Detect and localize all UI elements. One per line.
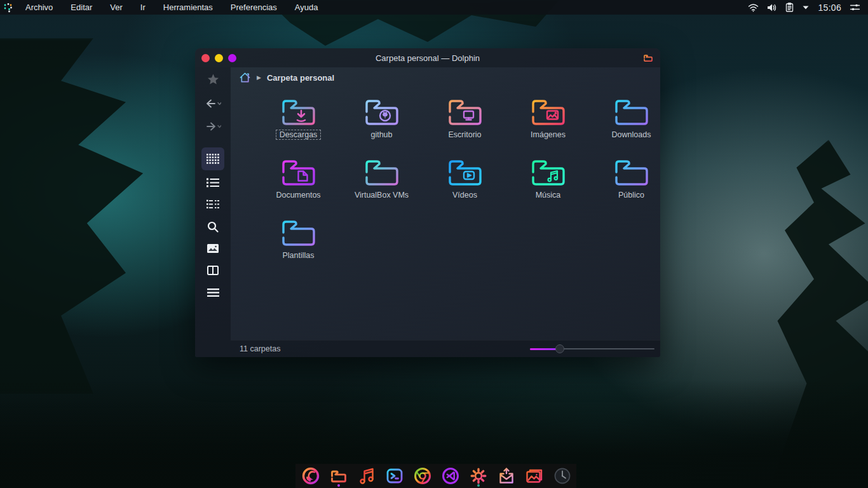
window-titlebar[interactable]: Carpeta personal — Dolphin (195, 48, 660, 67)
favorite-star-icon[interactable] (201, 70, 224, 89)
dock-settings-gear-icon[interactable] (469, 465, 488, 487)
menu-ver[interactable]: Ver (101, 0, 132, 15)
folder-item-plantillas[interactable]: Plantillas (257, 216, 340, 276)
close-button[interactable] (201, 54, 210, 62)
running-indicator (477, 484, 480, 487)
folder-item-descargas[interactable]: Descargas (257, 95, 340, 156)
forward-button[interactable] (201, 117, 224, 136)
menu-archivo[interactable]: Archivo (17, 0, 62, 15)
system-tray: 15:06 (748, 3, 868, 13)
menu-herramientas[interactable]: Herramientas (154, 0, 222, 15)
folder-grid: Descargas github Escritorio (231, 88, 660, 340)
menu-ir[interactable]: Ir (132, 0, 154, 15)
folder-label: Vídeos (449, 190, 481, 200)
folder-label: Música (532, 190, 565, 200)
folder-item-documentos[interactable]: Documentos (257, 156, 340, 216)
folder-item-virtualbox-vms[interactable]: VirtualBox VMs (340, 156, 423, 216)
clipboard-icon[interactable] (785, 3, 794, 12)
icons-view-button[interactable] (201, 147, 224, 170)
folder-label: github (367, 130, 396, 140)
folder-count: 11 carpetas (240, 344, 280, 353)
dolphin-app-icon (643, 53, 660, 62)
folder-label: Plantillas (278, 250, 318, 261)
folder-item-github[interactable]: github (340, 95, 423, 156)
dock-clock-icon[interactable] (553, 465, 572, 487)
folder-item-publico[interactable]: Público (590, 156, 660, 216)
maximize-button[interactable] (228, 54, 236, 62)
preview-image-icon[interactable] (201, 239, 224, 258)
window-sidebar (195, 67, 231, 357)
running-indicator (337, 484, 340, 487)
tray-clock[interactable]: 15:06 (818, 3, 841, 13)
wifi-icon[interactable] (748, 3, 759, 12)
wallpaper-tree-silhouette-left (0, 38, 191, 394)
dock-music-player-icon[interactable] (357, 465, 376, 487)
folder-item-videos[interactable]: Vídeos (423, 156, 506, 216)
folder-item-downloads[interactable]: Downloads (590, 95, 660, 156)
status-bar: 11 carpetas (231, 340, 660, 357)
folder-label: Documentos (272, 190, 324, 200)
compact-view-button[interactable] (201, 194, 224, 214)
dock-mail-share-icon[interactable] (497, 465, 516, 487)
search-icon[interactable] (201, 217, 224, 236)
breadcrumb-separator: ▶ (257, 74, 261, 81)
menu-editar[interactable]: Editar (62, 0, 101, 15)
split-view-icon[interactable] (201, 261, 224, 280)
tweaks-sliders-icon[interactable] (850, 3, 860, 11)
dock (295, 464, 576, 488)
breadcrumb-current[interactable]: Carpeta personal (267, 73, 334, 83)
minimize-button[interactable] (215, 54, 223, 62)
expander-caret-icon[interactable] (802, 5, 810, 10)
folder-label: Downloads (608, 130, 655, 140)
folder-label: Escritorio (444, 130, 485, 140)
folder-item-musica[interactable]: Música (506, 156, 590, 216)
dock-chrome-icon[interactable] (413, 465, 432, 487)
menu-preferencias[interactable]: Preferencias (222, 0, 286, 15)
folder-label: VirtualBox VMs (351, 190, 412, 200)
home-icon[interactable] (239, 72, 251, 83)
breadcrumb: ▶ Carpeta personal (231, 67, 660, 88)
distro-logo-icon[interactable] (0, 2, 17, 13)
menu-ayuda[interactable]: Ayuda (286, 0, 327, 15)
global-menubar: Archivo Editar Ver Ir Herramientas Prefe… (0, 0, 868, 15)
zoom-slider-fill (530, 348, 558, 350)
back-button[interactable] (201, 94, 224, 113)
zoom-slider-handle[interactable] (555, 344, 564, 353)
dock-vscode-icon[interactable] (441, 465, 460, 487)
folder-label: Imágenes (527, 130, 569, 140)
dolphin-window: Carpeta personal — Dolphin (195, 48, 660, 357)
zoom-slider[interactable] (530, 344, 654, 353)
hamburger-menu-icon[interactable] (201, 283, 224, 302)
window-title: Carpeta personal — Dolphin (195, 53, 660, 63)
list-view-button[interactable] (201, 173, 224, 192)
dock-firefox-icon[interactable] (301, 465, 320, 487)
dock-terminal-icon[interactable] (385, 465, 404, 487)
dock-file-manager-icon[interactable] (329, 465, 348, 487)
folder-item-escritorio[interactable]: Escritorio (423, 95, 506, 156)
folder-label: Descargas (276, 130, 322, 140)
dock-photos-icon[interactable] (525, 465, 544, 487)
folder-label: Público (614, 190, 648, 200)
folder-item-imagenes[interactable]: Imágenes (506, 95, 590, 156)
volume-icon[interactable] (767, 3, 777, 12)
